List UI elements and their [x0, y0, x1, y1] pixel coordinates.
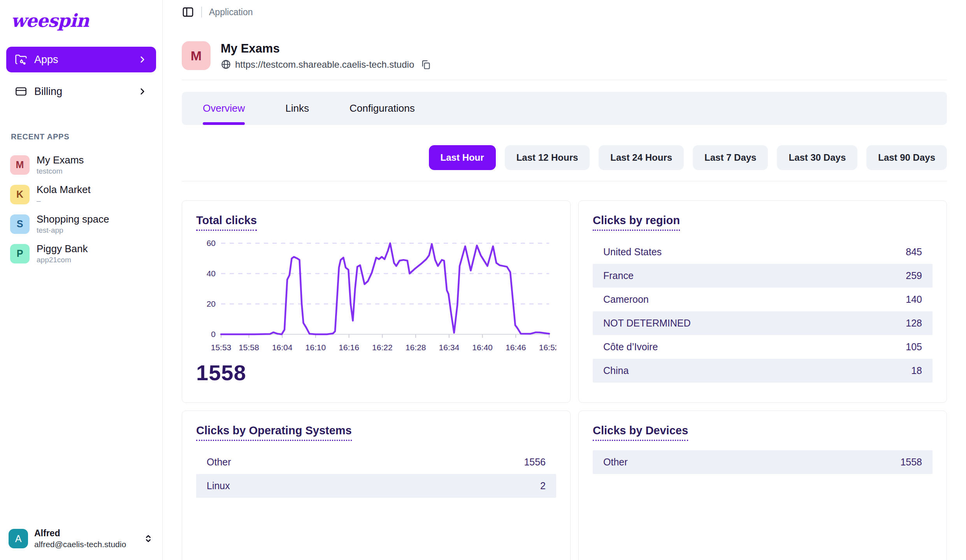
apps-folder-icon — [15, 53, 27, 66]
chevron-right-icon — [137, 86, 148, 97]
svg-text:16:34: 16:34 — [439, 343, 460, 352]
os-rows: Other 1556 Linux 2 — [196, 450, 556, 498]
svg-text:16:46: 16:46 — [506, 343, 526, 352]
table-row: Cameroon 140 — [593, 288, 933, 311]
total-clicks-card: Total clicks 020406015:5315:5816:0416:10… — [182, 200, 571, 403]
total-clicks-chart: 020406015:5315:5816:0416:1016:1616:2216:… — [196, 235, 556, 358]
devices-rows: Other 1558 — [593, 450, 933, 474]
row-value: 1556 — [524, 456, 546, 468]
clicks-by-os-card: Clicks by Operating Systems Other 1556 L… — [182, 411, 571, 560]
svg-text:16:22: 16:22 — [372, 343, 393, 352]
chevrons-up-down-icon — [143, 533, 154, 544]
row-value: 128 — [906, 318, 922, 329]
credit-card-icon — [15, 85, 27, 98]
svg-text:20: 20 — [207, 299, 216, 308]
tab-configurations[interactable]: Configurations — [350, 92, 415, 125]
card-title: Clicks by region — [593, 214, 680, 231]
tab-bar: Overview Links Configurations — [182, 92, 947, 125]
table-row: Other 1558 — [593, 450, 933, 474]
user-email: alfred@caelis-tech.studio — [34, 540, 126, 549]
brand-logo: weespin — [11, 10, 156, 31]
recent-app-name: Piggy Bank — [37, 243, 88, 255]
row-value: 140 — [906, 294, 922, 305]
region-rows: United States 845 France 259 Cameroon 14… — [593, 240, 933, 383]
copy-icon[interactable] — [420, 59, 431, 70]
recent-app-slug: – — [37, 197, 91, 205]
sidebar-item-apps[interactable]: Apps — [6, 47, 156, 72]
recent-app-shopping-space[interactable]: S Shopping space test-app — [6, 212, 156, 236]
row-value: 1558 — [900, 456, 922, 468]
svg-text:16:16: 16:16 — [339, 343, 359, 352]
recent-app-slug: test-app — [37, 226, 109, 235]
filter-last-30-days[interactable]: Last 30 Days — [777, 145, 857, 170]
row-label: Cameroon — [603, 294, 649, 305]
recent-apps-list: M My Exams testcom K Kola Market – S Sho… — [6, 153, 156, 266]
row-label: China — [603, 365, 629, 376]
table-row: United States 845 — [593, 240, 933, 264]
table-row: Linux 2 — [196, 474, 556, 498]
avatar: M — [10, 155, 30, 175]
svg-text:16:52: 16:52 — [539, 343, 556, 352]
row-label: NOT DETERMINED — [603, 318, 691, 329]
recent-app-name: My Exams — [37, 154, 84, 166]
cards-grid: Total clicks 020406015:5315:5816:0416:10… — [182, 200, 947, 560]
row-label: Other — [207, 456, 231, 468]
app-shareable-url[interactable]: https://testcom.shareable.caelis-tech.st… — [235, 59, 414, 70]
row-value: 845 — [906, 246, 922, 258]
recent-apps-header: RECENT APPS — [11, 132, 156, 141]
recent-app-kola-market[interactable]: K Kola Market – — [6, 183, 156, 207]
filter-last-90-days[interactable]: Last 90 Days — [866, 145, 947, 170]
row-label: France — [603, 270, 634, 281]
sidebar-toggle-icon[interactable] — [182, 6, 194, 18]
sidebar-item-billing[interactable]: Billing — [6, 79, 156, 104]
chevron-right-icon — [137, 54, 148, 65]
row-value: 2 — [540, 480, 546, 492]
user-menu[interactable]: A Alfred alfred@caelis-tech.studio — [6, 525, 156, 552]
time-filter-group: Last Hour Last 12 Hours Last 24 Hours La… — [182, 145, 947, 170]
app-avatar: M — [182, 41, 211, 70]
filter-last-24-hours[interactable]: Last 24 Hours — [599, 145, 684, 170]
breadcrumb-separator — [201, 7, 202, 18]
recent-app-my-exams[interactable]: M My Exams testcom — [6, 153, 156, 177]
total-clicks-value: 1558 — [196, 360, 556, 385]
svg-text:16:10: 16:10 — [306, 343, 326, 352]
row-value: 105 — [906, 341, 922, 353]
recent-app-name: Kola Market — [37, 184, 91, 196]
avatar: A — [9, 529, 28, 548]
filters-divider — [182, 181, 947, 181]
page-title: My Exams — [221, 42, 431, 56]
row-label: Côte d’Ivoire — [603, 341, 658, 353]
tab-overview[interactable]: Overview — [203, 92, 245, 125]
sidebar-item-label: Apps — [34, 54, 58, 66]
sidebar-item-label: Billing — [34, 86, 62, 98]
svg-text:15:53: 15:53 — [211, 343, 232, 352]
card-title: Clicks by Operating Systems — [196, 424, 352, 441]
card-title: Clicks by Devices — [593, 424, 688, 441]
tab-links[interactable]: Links — [285, 92, 309, 125]
svg-text:16:04: 16:04 — [272, 343, 293, 352]
app-root: weespin Apps Billing — [0, 0, 966, 560]
avatar: S — [10, 214, 30, 234]
header-divider — [182, 80, 947, 80]
svg-text:0: 0 — [211, 330, 216, 339]
recent-app-piggy-bank[interactable]: P Piggy Bank app21com — [6, 242, 156, 266]
table-row: France 259 — [593, 264, 933, 288]
table-row: China 18 — [593, 359, 933, 383]
avatar: K — [10, 185, 30, 204]
row-label: Linux — [207, 480, 230, 492]
table-row: NOT DETERMINED 128 — [593, 311, 933, 335]
filter-last-hour[interactable]: Last Hour — [429, 145, 496, 170]
card-title: Total clicks — [196, 214, 257, 231]
breadcrumb-label: Application — [209, 7, 253, 18]
row-label: United States — [603, 246, 662, 258]
globe-icon — [221, 59, 231, 70]
row-value: 259 — [906, 270, 922, 281]
clicks-by-devices-card: Clicks by Devices Other 1558 — [578, 411, 947, 560]
svg-text:60: 60 — [207, 239, 216, 248]
row-label: Other — [603, 456, 628, 468]
filter-last-12-hours[interactable]: Last 12 Hours — [505, 145, 590, 170]
clicks-by-region-card: Clicks by region United States 845 Franc… — [578, 200, 947, 403]
filter-last-7-days[interactable]: Last 7 Days — [693, 145, 768, 170]
table-row: Côte d’Ivoire 105 — [593, 335, 933, 359]
svg-text:16:40: 16:40 — [472, 343, 493, 352]
